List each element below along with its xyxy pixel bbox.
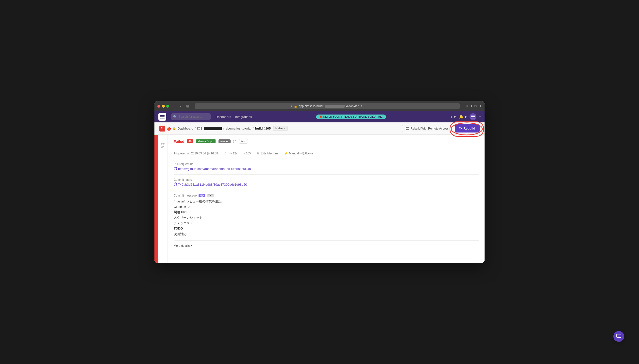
machine-meta: 🖥 Elite Machine bbox=[257, 152, 278, 155]
commit-body: [master] レビュー後の作業を追記 Closes #12 関連 URL ス… bbox=[174, 199, 479, 237]
rebuild-label: Rebuild bbox=[463, 126, 475, 130]
integrations-link[interactable]: Integrations bbox=[235, 115, 252, 119]
more-details-button[interactable]: More details ▾ bbox=[174, 244, 479, 248]
md-format-button[interactable]: MD bbox=[198, 194, 205, 197]
status-row: Failed 40 abema:fix-pr master test bbox=[174, 139, 479, 144]
breadcrumb-actions: Rebuild With Remote Access ↻ Rebuild bbox=[402, 124, 480, 132]
banner-pill[interactable]: 🎁 REFER YOUR FRIENDS FOR MORE BUILD TIME bbox=[316, 114, 386, 119]
rebuild-area: ↻ Rebuild bbox=[455, 124, 480, 132]
commit-line2: Closes #12 bbox=[174, 204, 479, 210]
avatar-chevron[interactable]: ▾ bbox=[479, 116, 480, 118]
divider1 bbox=[174, 148, 479, 148]
nav-banner: 🎁 REFER YOUR FRIENDS FOR MORE BUILD TIME bbox=[257, 114, 446, 119]
share-icon[interactable]: ⬆ bbox=[470, 104, 473, 108]
plus-button[interactable]: + ▾ bbox=[450, 114, 456, 119]
commit-section4: TODO bbox=[174, 226, 479, 231]
rebuild-icon: ↻ bbox=[459, 126, 462, 130]
search-wrapper: 🔍 bbox=[171, 113, 210, 120]
commit-message-section: Commit message MD TXT [master] レビュー後の作業を… bbox=[174, 194, 479, 237]
banner-highlight: MORE BUILD TIME bbox=[359, 116, 382, 118]
grid-view-button[interactable]: ⊞ bbox=[186, 104, 189, 108]
info-icon: ℹ bbox=[291, 104, 292, 108]
build-number-text: # 105 bbox=[244, 152, 251, 155]
svg-rect-6 bbox=[406, 128, 409, 130]
rebuild-remote-button[interactable]: Rebuild With Remote Access bbox=[402, 125, 452, 132]
forward-button[interactable]: › bbox=[178, 104, 182, 108]
commit-hash-text: 749ab3d641a311f4c988f30ac37309d6c1d98d50 bbox=[178, 183, 247, 186]
status-badge: Failed bbox=[174, 140, 184, 144]
main-content: Failed 40 abema:fix-pr master test bbox=[154, 135, 484, 263]
commit-message-label: Commit message bbox=[174, 194, 196, 197]
triggered-text: Triggered on 2020.03.04 @ 16:58 bbox=[174, 152, 218, 155]
breadcrumb-bar: AL 🍎 🔒 Dashboard / iOS ···· / abema-ios-… bbox=[154, 122, 484, 135]
breadcrumb-build: build #105 bbox=[255, 126, 271, 130]
content-area: Failed 40 abema:fix-pr master test bbox=[168, 135, 484, 263]
password-icon[interactable]: ⬇ bbox=[466, 104, 468, 108]
divider2 bbox=[174, 158, 479, 159]
commit-section1: 関連 URL bbox=[174, 210, 479, 215]
build-number-meta: # 105 bbox=[244, 152, 251, 155]
dashboard-link[interactable]: Dashboard bbox=[216, 115, 231, 119]
close-button[interactable] bbox=[158, 105, 160, 108]
app-logo[interactable] bbox=[158, 113, 166, 121]
triggered-meta: Triggered on 2020.03.04 @ 16:58 bbox=[174, 152, 218, 155]
lock-icon: 🔒 bbox=[294, 105, 297, 108]
clock-icon: ⏱ bbox=[224, 152, 227, 155]
left-icons bbox=[158, 135, 168, 263]
rebuild-button[interactable]: ↻ Rebuild bbox=[455, 124, 480, 132]
breadcrumb-dashboard[interactable]: Dashboard bbox=[178, 126, 194, 130]
apple-icon: 🍎 bbox=[167, 126, 171, 130]
txt-format-button[interactable]: TXT bbox=[207, 194, 214, 197]
traffic-lights bbox=[158, 105, 169, 108]
reload-button[interactable]: ↻ bbox=[361, 104, 364, 108]
tabs-icon[interactable]: ⧉ bbox=[474, 104, 477, 108]
url-text: app.bitrise.io/build/ bbox=[299, 104, 324, 108]
status-stripe bbox=[154, 135, 158, 263]
commit-label-row: Commit message MD TXT bbox=[174, 194, 479, 197]
search-input[interactable] bbox=[171, 113, 210, 120]
nav-right: + ▾ 🔔 ▾ ▾ bbox=[450, 113, 480, 120]
url-fragment: #?tab=log bbox=[346, 104, 359, 108]
breadcrumb-sep3: / bbox=[253, 126, 254, 130]
minimize-button[interactable] bbox=[162, 105, 165, 108]
svg-rect-17 bbox=[616, 334, 621, 338]
pr-url-text: https://github.com/abema/abema-ios-tutor… bbox=[178, 167, 251, 171]
rebuild-remote-label: Rebuild With Remote Access bbox=[411, 127, 449, 130]
breadcrumb: AL 🍎 🔒 Dashboard / iOS ···· / abema-ios-… bbox=[160, 126, 288, 132]
workflow-badge: test bbox=[239, 139, 248, 144]
nav-links: Dashboard Integrations bbox=[216, 115, 252, 119]
add-tab-button[interactable]: + bbox=[479, 104, 482, 108]
breadcrumb-lock-icon: 🔒 bbox=[172, 127, 176, 130]
breadcrumb-ios[interactable]: iOS ···· bbox=[197, 126, 222, 130]
machine-text: Elite Machine bbox=[261, 152, 278, 155]
github-icon bbox=[174, 167, 177, 171]
commit-hash-section: Commit hash: 749ab3d641a311f4c988f30ac37… bbox=[174, 178, 479, 187]
duration-meta: ⏱ 4m 12s bbox=[224, 152, 238, 155]
svg-rect-1 bbox=[160, 116, 164, 117]
maximize-button[interactable] bbox=[166, 105, 169, 108]
back-button[interactable]: ‹ bbox=[173, 104, 177, 108]
divider3 bbox=[174, 174, 479, 174]
branch-wrapper: abema:fix-pr bbox=[196, 140, 216, 143]
branch-icon bbox=[161, 143, 164, 149]
pr-url-link[interactable]: https://github.com/abema/abema-ios-tutor… bbox=[174, 167, 479, 171]
lightning-icon: ⚡ bbox=[284, 152, 288, 155]
bitrise-badge[interactable]: bitrise ✓ bbox=[273, 126, 288, 131]
address-bar[interactable]: ℹ 🔒 app.bitrise.io/build/ #?tab=log ↻ bbox=[195, 103, 460, 109]
commit-hash-link[interactable]: 749ab3d641a311f4c988f30ac37309d6c1d98d50 bbox=[174, 182, 479, 187]
user-avatar[interactable] bbox=[470, 113, 476, 120]
trigger-meta: ⚡ Manual - @Akkyie bbox=[284, 152, 313, 155]
breadcrumb-app[interactable]: abema-ios-tutorial bbox=[226, 126, 251, 130]
url-masked bbox=[325, 105, 345, 108]
svg-point-12 bbox=[163, 143, 164, 144]
bell-button[interactable]: 🔔 ▾ bbox=[459, 114, 466, 119]
pr-url-section: Pull request url: https://github.com/abe… bbox=[174, 162, 479, 171]
commit-section5: 次回対応 bbox=[174, 232, 479, 237]
pr-url-label: Pull request url: bbox=[174, 162, 479, 166]
meta-row: Triggered on 2020.03.04 @ 16:58 ⏱ 4m 12s… bbox=[174, 152, 479, 155]
breadcrumb-sep2: / bbox=[223, 126, 224, 130]
svg-rect-4 bbox=[471, 116, 475, 117]
commit-hash-label: Commit hash: bbox=[174, 178, 479, 182]
fab-button[interactable] bbox=[614, 331, 624, 342]
pr-number-badge: 40 bbox=[187, 140, 193, 143]
